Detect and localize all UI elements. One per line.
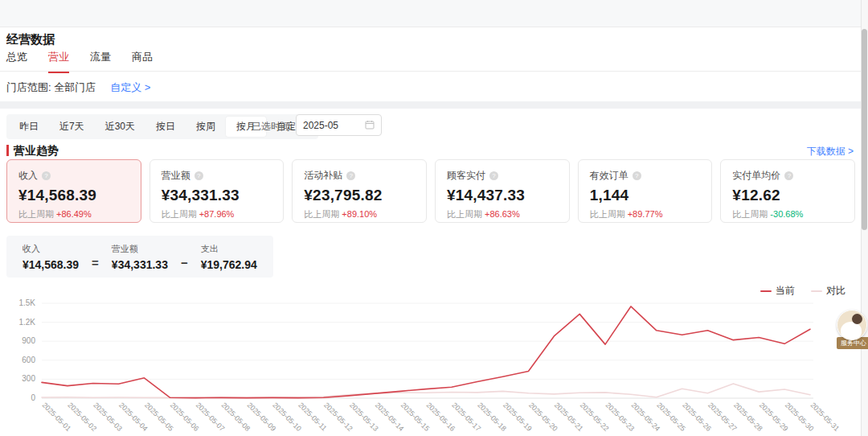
svg-text:300: 300 (22, 374, 35, 383)
section-title: 营业趋势 (14, 144, 59, 158)
metric-label: 实付单均价 (732, 169, 780, 183)
info-icon[interactable]: ? (346, 171, 355, 180)
legend-current-label: 当前 (776, 284, 795, 298)
metric-delta: +89.10% (342, 209, 377, 219)
store-scope-row: 门店范围: 全部门店 自定义 > (6, 80, 150, 95)
metric-card-income[interactable]: 收入? ¥14,568.39 比上周期+86.49% (6, 159, 141, 223)
agent-head-icon (852, 314, 862, 324)
month-picker-input[interactable]: 2025-05 (296, 114, 382, 136)
minus-sign: − (181, 256, 188, 269)
metric-compare: 比上周期+89.77% (590, 208, 701, 220)
metric-value: ¥34,331.33 (162, 187, 272, 204)
custom-scope-link[interactable]: 自定义 > (110, 80, 150, 95)
dashboard-page: 经营数据 总览 营业 流量 商品 门店范围: 全部门店 自定义 > 昨日 近7天… (0, 0, 868, 436)
header-divider (0, 71, 861, 72)
download-data-link[interactable]: 下载数据 > (807, 145, 854, 158)
svg-text:900: 900 (22, 336, 35, 345)
metric-delta: +86.49% (56, 209, 92, 219)
header-tabs: 总览 营业 流量 商品 (6, 50, 153, 73)
metric-card-subsidy[interactable]: 活动补贴? ¥23,795.82 比上周期+89.10% (292, 159, 427, 223)
metric-compare: 比上周期-30.68% (732, 208, 843, 220)
metric-value: ¥14,437.33 (447, 187, 558, 204)
range-by-week-button[interactable]: 按周 (186, 117, 226, 137)
formula-expense: 支出 ¥19,762.94 (201, 243, 257, 271)
section-separator (0, 101, 861, 109)
info-icon[interactable]: ? (489, 171, 498, 180)
metric-compare: 比上周期+87.96% (162, 208, 272, 220)
service-center-widget[interactable]: 服务中心 (837, 310, 868, 349)
metric-label: 顾客实付 (447, 169, 485, 183)
service-center-avatar (837, 310, 867, 340)
equals-sign: = (92, 256, 99, 269)
formula-revenue: 营业额 ¥34,331.33 (112, 243, 168, 271)
formula-income: 收入 ¥14,568.39 (23, 243, 79, 271)
svg-text:1.5K: 1.5K (18, 298, 35, 307)
metric-value: ¥23,795.82 (304, 187, 415, 204)
metric-compare: 比上周期+86.63% (447, 208, 558, 220)
income-formula-box: 收入 ¥14,568.39 = 营业额 ¥34,331.33 − 支出 ¥19,… (6, 236, 273, 278)
tab-product[interactable]: 商品 (132, 50, 153, 73)
scrollbar-thumb[interactable] (862, 29, 867, 230)
range-30days-button[interactable]: 近30天 (95, 117, 145, 137)
info-icon[interactable]: ? (784, 171, 793, 180)
legend-compare[interactable]: 对比 (811, 284, 845, 298)
tab-traffic[interactable]: 流量 (90, 50, 111, 73)
metric-card-customer-paid[interactable]: 顾客实付? ¥14,437.33 比上周期+86.63% (435, 159, 570, 223)
metric-compare: 比上周期+89.10% (304, 208, 415, 220)
metric-delta: +87.96% (199, 209, 235, 219)
info-icon[interactable]: ? (633, 171, 641, 180)
chart-legend: 当前 对比 (760, 284, 845, 298)
tab-overview[interactable]: 总览 (6, 50, 27, 73)
mascot-icon (841, 322, 862, 339)
legend-current[interactable]: 当前 (760, 284, 795, 298)
metric-label: 营业额 (162, 169, 190, 183)
range-yesterday-button[interactable]: 昨日 (9, 117, 49, 137)
window-top-strip (0, 0, 868, 27)
metric-card-valid-orders[interactable]: 有效订单? 1,144 比上周期+89.77% (578, 159, 713, 223)
store-scope-label: 门店范围: 全部门店 (6, 80, 96, 95)
svg-text:600: 600 (22, 356, 35, 364)
metric-card-avg-order-price[interactable]: 实付单均价? ¥12.62 比上周期-30.68% (720, 159, 855, 223)
calendar-icon (365, 118, 375, 133)
metric-value: 1,144 (590, 187, 701, 204)
metric-value: ¥14,568.39 (18, 187, 129, 204)
metric-compare: 比上周期+86.49% (18, 208, 129, 220)
metric-delta: +86.63% (485, 209, 520, 219)
info-icon[interactable]: ? (194, 171, 203, 180)
month-picker-value: 2025-05 (303, 120, 338, 131)
selected-time-label: 已选时间: (252, 120, 293, 134)
metric-delta: +89.77% (628, 209, 663, 219)
metric-card-revenue[interactable]: 营业额? ¥34,331.33 比上周期+87.96% (149, 159, 285, 223)
page-title: 经营数据 (6, 32, 55, 47)
legend-compare-marker (811, 290, 822, 292)
section-title-bar (6, 145, 9, 156)
tab-business[interactable]: 营业 (48, 50, 69, 73)
range-by-day-button[interactable]: 按日 (145, 117, 186, 137)
metric-label: 收入 (18, 169, 38, 183)
info-icon[interactable]: ? (42, 171, 51, 180)
range-7days-button[interactable]: 近7天 (49, 117, 95, 137)
legend-current-marker (760, 290, 772, 292)
metric-label: 活动补贴 (304, 169, 342, 183)
metric-cards-row: 收入? ¥14,568.39 比上周期+86.49% 营业额? ¥34,331.… (6, 159, 855, 223)
metric-value: ¥12.62 (732, 187, 843, 204)
trend-line-chart: 03006009001.2K1.5K2025-05-012025-05-0220… (6, 298, 855, 434)
metric-label: 有效订单 (590, 169, 628, 183)
legend-compare-label: 对比 (826, 284, 845, 298)
svg-text:0: 0 (31, 393, 35, 402)
metric-delta: -30.68% (770, 209, 803, 219)
svg-text:1.2K: 1.2K (18, 318, 35, 327)
